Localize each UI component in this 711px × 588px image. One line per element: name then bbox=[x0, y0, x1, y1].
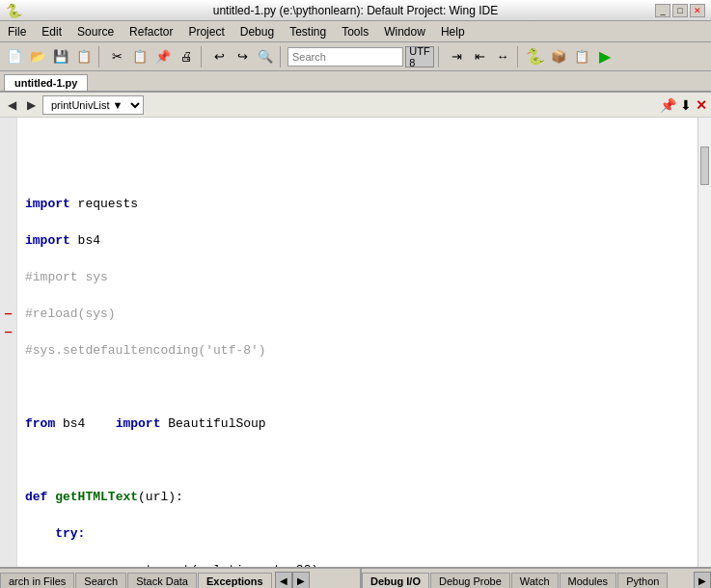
python-icon[interactable]: 🐍 bbox=[525, 46, 546, 67]
paste-button[interactable]: 📌 bbox=[152, 46, 174, 67]
search-input[interactable] bbox=[287, 47, 403, 67]
menu-file[interactable]: File bbox=[0, 23, 34, 40]
open-file-button[interactable]: 📂 bbox=[27, 46, 48, 67]
tab-watch[interactable]: Watch bbox=[511, 573, 559, 588]
menu-debug[interactable]: Debug bbox=[232, 23, 282, 40]
marker-8 bbox=[0, 250, 16, 268]
code-line-comment1: #import sys bbox=[25, 270, 108, 284]
close-button[interactable]: ✕ bbox=[690, 4, 705, 17]
minimize-button[interactable]: _ bbox=[655, 4, 670, 17]
tab-debug-io[interactable]: Debug I/O bbox=[362, 573, 429, 588]
toolbar-separator-2 bbox=[201, 46, 205, 67]
editor-tab-active[interactable]: untitled-1.py bbox=[4, 74, 88, 91]
new-file-button[interactable]: 📄 bbox=[4, 46, 25, 67]
find-button[interactable]: 🔍 bbox=[255, 46, 276, 67]
marker-def: — bbox=[0, 305, 16, 323]
expand-icon[interactable]: ⬇ bbox=[680, 97, 692, 113]
marker-6 bbox=[0, 213, 16, 231]
marker-try: — bbox=[0, 323, 16, 341]
marker-3 bbox=[0, 158, 16, 176]
cut-button[interactable]: ✂ bbox=[106, 46, 127, 67]
menu-project[interactable]: Project bbox=[180, 23, 232, 40]
code-line-import2: import bs4 bbox=[25, 233, 100, 248]
tab-debug-probe[interactable]: Debug Probe bbox=[430, 573, 510, 588]
editor-navigation-bar: ◀ ▶ printUnivList ▼ 📌 ⬇ ✕ bbox=[0, 93, 711, 118]
print-button[interactable]: 🖨 bbox=[176, 46, 197, 67]
code-line-comment3: #sys.setdefaultencoding('utf-8') bbox=[25, 343, 266, 358]
code-editor[interactable]: — — import requests import bs4 #import s… bbox=[0, 118, 711, 567]
save-as-button[interactable]: 📋 bbox=[73, 46, 95, 67]
marker-13 bbox=[0, 360, 16, 378]
tab-exceptions[interactable]: Exceptions bbox=[198, 573, 272, 588]
menu-bar: File Edit Source Refactor Project Debug … bbox=[0, 21, 711, 42]
code-line-def: def getHTMLText(url): bbox=[25, 490, 183, 504]
tab-modules[interactable]: Modules bbox=[560, 573, 617, 588]
bottom-panel-area: arch in Files Search Stack Data Exceptio… bbox=[0, 567, 711, 588]
panel-nav-buttons: ◀ ▶ bbox=[275, 572, 310, 588]
marker-12 bbox=[0, 341, 16, 360]
function-dropdown[interactable]: printUnivList ▼ bbox=[42, 95, 144, 115]
bottom-left-tab-bar: arch in Files Search Stack Data Exceptio… bbox=[0, 569, 360, 588]
marker-2 bbox=[0, 140, 16, 158]
marker-10 bbox=[0, 286, 16, 305]
code-content[interactable]: import requests import bs4 #import sys #… bbox=[17, 118, 697, 567]
menu-testing[interactable]: Testing bbox=[282, 23, 334, 40]
nav-forward-button[interactable]: ▶ bbox=[23, 97, 39, 113]
menu-window[interactable]: Window bbox=[376, 23, 433, 40]
panel-nav-right[interactable]: ▶ bbox=[292, 572, 310, 588]
app-icon: 🐍 bbox=[6, 3, 22, 18]
marker-5 bbox=[0, 195, 16, 213]
tab-stack-data[interactable]: Stack Data bbox=[127, 573, 197, 588]
toolbar-separator-3 bbox=[280, 46, 284, 67]
code-gutter-markers: — — bbox=[0, 118, 17, 567]
bottom-right-panel: Debug I/O Debug Probe Watch Modules Pyth… bbox=[362, 569, 711, 588]
marker-4 bbox=[0, 176, 16, 195]
editor-scrollbar-v[interactable] bbox=[697, 118, 711, 567]
save-file-button[interactable]: 💾 bbox=[50, 46, 71, 67]
toolbar-separator-4 bbox=[438, 46, 442, 67]
marker-7 bbox=[0, 231, 16, 250]
code-line-import1: import requests bbox=[25, 197, 138, 211]
panel-expand-button[interactable]: ▶ bbox=[694, 572, 711, 588]
close-editor-icon[interactable]: ✕ bbox=[696, 97, 707, 113]
undo-button[interactable]: ↩ bbox=[208, 46, 230, 67]
copy-button[interactable]: 📋 bbox=[129, 46, 150, 67]
bottom-right-tab-bar: Debug I/O Debug Probe Watch Modules Pyth… bbox=[362, 569, 711, 588]
panel-nav-left[interactable]: ◀ bbox=[275, 572, 292, 588]
nav-back-button[interactable]: ◀ bbox=[4, 97, 19, 113]
encoding-indicator[interactable]: UTF8 bbox=[405, 46, 434, 67]
tab-search-in-files[interactable]: arch in Files bbox=[0, 573, 74, 588]
toolbar-separator-5 bbox=[517, 46, 521, 67]
tab-search[interactable]: Search bbox=[75, 573, 126, 588]
indent-button[interactable]: ⇥ bbox=[446, 46, 467, 67]
menu-source[interactable]: Source bbox=[69, 23, 122, 40]
main-area: untitled-1.py ◀ ▶ printUnivList ▼ 📌 ⬇ ✕ bbox=[0, 71, 711, 567]
menu-tools[interactable]: Tools bbox=[334, 23, 376, 40]
menu-edit[interactable]: Edit bbox=[34, 23, 69, 40]
scrollbar-thumb[interactable] bbox=[700, 147, 709, 185]
window-controls: _ □ ✕ bbox=[655, 4, 705, 17]
marker-9 bbox=[0, 268, 16, 286]
tab-python[interactable]: Python bbox=[617, 573, 668, 588]
marker-1 bbox=[0, 121, 16, 140]
window-title: untitled-1.py (e:\pythonlearn): Default … bbox=[213, 4, 498, 17]
pin-icon[interactable]: 📌 bbox=[660, 97, 676, 113]
run-button[interactable]: ▶ bbox=[594, 46, 615, 67]
info-button[interactable]: 📋 bbox=[571, 46, 592, 67]
title-bar: 🐍 untitled-1.py (e:\pythonlearn): Defaul… bbox=[0, 0, 711, 21]
code-line-from: from bs4 import BeautifulSoup bbox=[25, 416, 266, 431]
main-toolbar: 📄 📂 💾 📋 ✂ 📋 📌 🖨 ↩ ↪ 🔍 UTF8 ⇥ ⇤ ↔ 🐍 📦 📋 ▶ bbox=[0, 42, 711, 71]
bottom-left-panel: arch in Files Search Stack Data Exceptio… bbox=[0, 569, 362, 588]
toggle-comment-button[interactable]: ↔ bbox=[492, 46, 513, 67]
redo-button[interactable]: ↪ bbox=[232, 46, 253, 67]
package-button[interactable]: 📦 bbox=[548, 46, 569, 67]
dedent-button[interactable]: ⇤ bbox=[469, 46, 490, 67]
code-line-comment2: #reload(sys) bbox=[25, 307, 116, 321]
toolbar-separator-1 bbox=[98, 46, 102, 67]
menu-help[interactable]: Help bbox=[433, 23, 473, 40]
maximize-button[interactable]: □ bbox=[672, 4, 688, 17]
menu-refactor[interactable]: Refactor bbox=[122, 23, 180, 40]
marker-14 bbox=[0, 378, 16, 396]
code-line-request: r=requests.get(url,timeout =30) bbox=[25, 563, 318, 567]
code-line-try: try: bbox=[25, 526, 85, 541]
